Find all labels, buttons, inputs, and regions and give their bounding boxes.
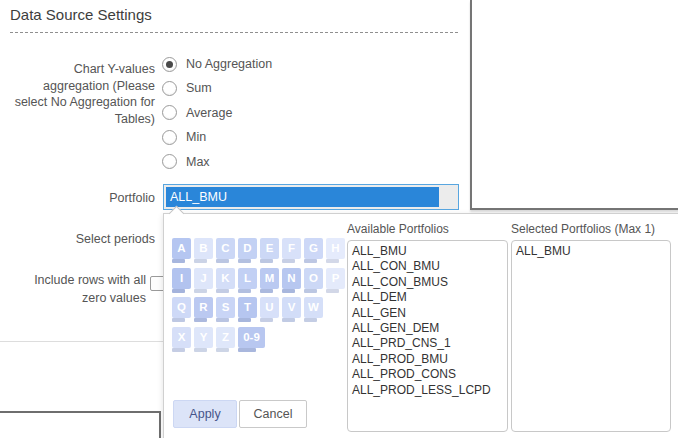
letter-tile-b[interactable]: B (194, 238, 213, 259)
letter-tile-a[interactable]: A (172, 238, 191, 259)
background-panel-top-right (470, 0, 678, 210)
list-item[interactable]: ALL_GEN_DEM (352, 321, 507, 336)
available-portfolios-label: Available Portfolios (347, 222, 449, 236)
portfolio-picker-popup: ABCDEFGHIJKLMNOPQRSTUVWXYZ0-9 Available … (163, 213, 678, 438)
list-item[interactable]: ALL_PRD_CNS_1 (352, 336, 507, 351)
radio-option[interactable]: Min (162, 130, 272, 144)
list-item[interactable]: ALL_PROD_CONS (352, 367, 507, 382)
letter-tile-z[interactable]: Z (216, 327, 235, 348)
list-item[interactable]: ALL_CON_BMUS (352, 275, 507, 290)
letter-tile-p[interactable]: P (326, 268, 345, 289)
radio-unselected-icon[interactable] (162, 105, 177, 120)
radio-label: Average (186, 106, 232, 120)
background-panel-bottom-left (0, 411, 161, 438)
aggregation-radio-group: No AggregationSumAverageMinMax (162, 57, 272, 179)
radio-selected-icon[interactable] (162, 57, 177, 72)
list-item[interactable]: ALL_PROD_BMU (352, 352, 507, 367)
letter-tile-l[interactable]: L (238, 268, 257, 289)
radio-option[interactable]: No Aggregation (162, 57, 272, 71)
portfolio-input[interactable]: ALL_BMU (163, 184, 459, 210)
zero-values-label: Include rows with all zero values (8, 272, 146, 307)
letter-tile-n[interactable]: N (282, 268, 301, 289)
radio-label: Min (186, 130, 206, 144)
letter-tile-t[interactable]: T (238, 297, 257, 318)
list-item[interactable]: ALL_DEM (352, 290, 507, 305)
radio-label: Max (186, 155, 210, 169)
letter-tile-o[interactable]: O (304, 268, 323, 289)
letter-tile-m[interactable]: M (260, 268, 279, 289)
select-periods-label: Select periods (8, 231, 155, 248)
alphabet-filter-grid: ABCDEFGHIJKLMNOPQRSTUVWXYZ0-9 (172, 238, 350, 356)
aggregation-label: Chart Y-values aggregation (Please selec… (8, 61, 155, 127)
radio-option[interactable]: Sum (162, 81, 272, 95)
portfolio-label: Portfolio (8, 190, 155, 207)
radio-label: Sum (186, 81, 212, 95)
tile-row: XYZ0-9 (172, 327, 350, 348)
letter-tile-u[interactable]: U (260, 297, 279, 318)
radio-unselected-icon[interactable] (162, 130, 177, 145)
radio-label: No Aggregation (186, 57, 272, 71)
selected-portfolios-list[interactable]: ALL_BMU (511, 240, 671, 432)
tile-row: QRSTUVW (172, 297, 350, 318)
radio-option[interactable]: Average (162, 106, 272, 120)
list-item[interactable]: ALL_BMU (352, 244, 507, 259)
letter-tile-v[interactable]: V (282, 297, 301, 318)
data-source-settings-panel: Data Source Settings Chart Y-values aggr… (0, 0, 678, 438)
section-divider (0, 341, 163, 342)
apply-button[interactable]: Apply (173, 400, 237, 428)
letter-tile-j[interactable]: J (194, 268, 213, 289)
radio-option[interactable]: Max (162, 155, 272, 169)
title-divider (10, 32, 458, 33)
letter-tile-r[interactable]: R (194, 297, 213, 318)
available-portfolios-list[interactable]: ALL_BMUALL_CON_BMUALL_CON_BMUSALL_DEMALL… (347, 240, 508, 432)
letter-tile-y[interactable]: Y (194, 327, 213, 348)
list-item[interactable]: ALL_CON_BMU (352, 259, 507, 274)
letter-tile-d[interactable]: D (238, 238, 257, 259)
list-item[interactable]: ALL_PROD_LESS_LCPD (352, 383, 507, 398)
letter-tile-0-9[interactable]: 0-9 (238, 327, 265, 348)
letter-tile-x[interactable]: X (172, 327, 191, 348)
portfolio-input-selected-text: ALL_BMU (166, 187, 439, 207)
letter-tile-h[interactable]: H (326, 238, 345, 259)
letter-tile-g[interactable]: G (304, 238, 323, 259)
letter-tile-c[interactable]: C (216, 238, 235, 259)
letter-tile-i[interactable]: I (172, 268, 191, 289)
list-item[interactable]: ALL_BMU (516, 244, 670, 259)
letter-tile-q[interactable]: Q (172, 297, 191, 318)
selected-portfolios-label: Selected Portfolios (Max 1) (511, 222, 655, 236)
cancel-button[interactable]: Cancel (239, 400, 307, 428)
letter-tile-k[interactable]: K (216, 268, 235, 289)
letter-tile-s[interactable]: S (216, 297, 235, 318)
letter-tile-w[interactable]: W (304, 297, 323, 318)
letter-tile-e[interactable]: E (260, 238, 279, 259)
letter-tile-f[interactable]: F (282, 238, 301, 259)
radio-unselected-icon[interactable] (162, 154, 177, 169)
radio-unselected-icon[interactable] (162, 81, 177, 96)
list-item[interactable]: ALL_GEN (352, 306, 507, 321)
page-title: Data Source Settings (10, 6, 152, 23)
tile-row: ABCDEFGH (172, 238, 350, 259)
tile-row: IJKLMNOP (172, 268, 350, 289)
